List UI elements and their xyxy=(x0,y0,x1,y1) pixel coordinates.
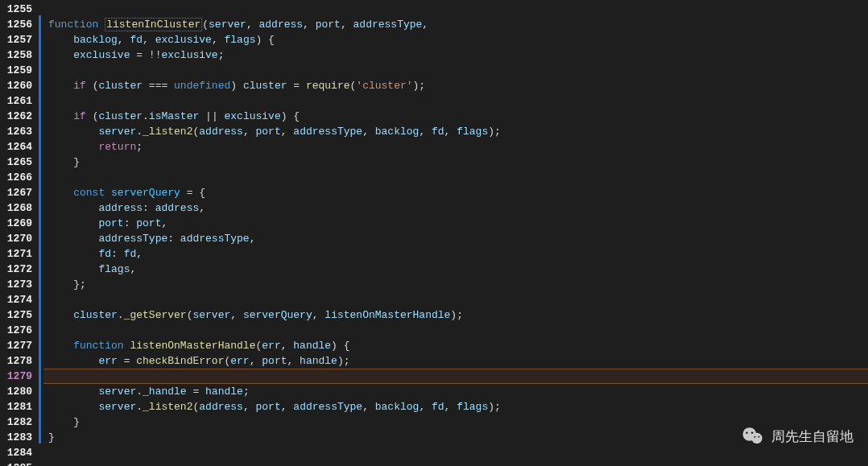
line-number: 1279 xyxy=(3,369,32,384)
line-number: 1256 xyxy=(3,17,32,32)
code-line[interactable] xyxy=(48,170,868,185)
code-line[interactable]: port: port, xyxy=(48,216,868,231)
token: addressType xyxy=(180,233,250,245)
token: port xyxy=(98,217,123,229)
line-number: 1275 xyxy=(3,307,32,323)
line-number: 1255 xyxy=(3,2,32,17)
token: port xyxy=(262,355,287,367)
svg-point-4 xyxy=(754,436,756,438)
token: ; xyxy=(218,49,225,61)
token: backlog xyxy=(73,34,118,46)
token: = !! xyxy=(130,49,161,61)
token: require xyxy=(306,80,350,92)
token: 'cluster' xyxy=(356,80,412,92)
wechat-icon xyxy=(739,423,767,450)
line-number: 1281 xyxy=(3,399,32,414)
svg-point-5 xyxy=(758,436,760,438)
code-line[interactable]: return; xyxy=(48,139,868,155)
token: , xyxy=(419,401,432,413)
line-number: 1273 xyxy=(3,277,32,292)
code-line[interactable]: address: address, xyxy=(48,200,868,216)
code-line[interactable]: function listenInCluster(server, address… xyxy=(48,17,868,32)
token: , xyxy=(243,126,256,138)
code-line[interactable]: }; xyxy=(48,277,868,292)
line-number: 1278 xyxy=(3,353,32,369)
code-line[interactable]: cluster._getServer(server, serverQuery, … xyxy=(48,307,868,323)
token: err xyxy=(98,355,117,367)
line-number: 1258 xyxy=(3,47,32,63)
code-line[interactable] xyxy=(48,323,868,338)
token: function xyxy=(48,19,105,31)
code-line[interactable]: backlog, fd, exclusive, flags) { xyxy=(48,32,868,47)
code-line[interactable]: server._handle = handle; xyxy=(48,384,868,399)
code-line[interactable]: if (cluster.isMaster || exclusive) { xyxy=(48,109,868,124)
code-line[interactable]: server._listen2(address, port, addressTy… xyxy=(48,124,868,139)
token: err xyxy=(262,340,280,352)
code-line[interactable]: const serverQuery = { xyxy=(48,185,868,200)
code-line[interactable] xyxy=(48,93,868,109)
line-number: 1282 xyxy=(3,414,32,430)
token: handle xyxy=(205,386,243,398)
code-line[interactable]: addressType: addressType, xyxy=(48,231,868,246)
token: address xyxy=(155,202,200,214)
token: , xyxy=(312,309,325,321)
token: , xyxy=(341,19,353,31)
token: handle xyxy=(300,355,337,367)
line-number: 1262 xyxy=(3,109,32,124)
token: port xyxy=(256,126,281,138)
token: } xyxy=(73,416,80,428)
line-number: 1271 xyxy=(3,246,32,262)
token: handle xyxy=(293,340,331,352)
token: , xyxy=(362,126,375,138)
token: ; xyxy=(136,141,143,153)
token: cluster xyxy=(98,110,143,122)
token: , xyxy=(130,263,136,275)
token: fd xyxy=(432,126,444,138)
watermark-text: 周先生自留地 xyxy=(771,427,854,446)
code-line[interactable] xyxy=(48,63,868,78)
token: _listen2 xyxy=(143,401,192,413)
token: ; xyxy=(243,386,250,398)
line-number: 1283 xyxy=(3,430,32,445)
token: addressType xyxy=(293,126,362,138)
token: === xyxy=(143,80,174,92)
code-line[interactable] xyxy=(48,2,868,17)
token: , xyxy=(199,202,205,214)
token: return xyxy=(98,141,136,153)
code-line[interactable] xyxy=(48,292,868,307)
token: exclusive xyxy=(225,110,281,122)
code-line[interactable]: if (cluster === undefined) cluster = req… xyxy=(48,78,868,93)
token: , xyxy=(143,34,155,46)
token: port xyxy=(256,401,281,413)
token: address xyxy=(258,19,303,31)
code-line[interactable]: fd: fd, xyxy=(48,246,868,262)
token: , xyxy=(118,34,130,46)
token: isMaster xyxy=(149,110,199,122)
token: address xyxy=(199,401,243,413)
svg-point-2 xyxy=(746,432,748,435)
token: addressType xyxy=(98,233,167,245)
line-number: 1272 xyxy=(3,262,32,277)
token: } xyxy=(73,156,80,168)
code-line[interactable]: err = checkBindError(err, port, handle); xyxy=(48,353,868,369)
code-line[interactable]: function listenOnMasterHandle(err, handl… xyxy=(48,338,868,353)
token: , xyxy=(161,217,167,229)
code-line[interactable] xyxy=(43,369,868,384)
token: addressType xyxy=(353,19,423,31)
code-line[interactable]: } xyxy=(48,155,868,170)
code-line[interactable]: exclusive = !!exclusive; xyxy=(48,47,868,63)
token: , xyxy=(281,340,294,352)
token: address xyxy=(98,202,143,214)
token: , xyxy=(444,126,457,138)
token: ) { xyxy=(256,34,275,46)
code-area[interactable]: function listenInCluster(server, address… xyxy=(43,0,868,466)
token: port xyxy=(316,19,341,31)
token: ) { xyxy=(331,340,349,352)
code-line[interactable]: flags, xyxy=(48,262,868,277)
token: address xyxy=(199,126,243,138)
code-editor[interactable]: 1255125612571258125912601261126212631264… xyxy=(0,0,868,466)
token: , xyxy=(246,19,259,31)
token: backlog xyxy=(375,126,420,138)
code-line[interactable] xyxy=(48,460,868,466)
code-line[interactable]: server._listen2(address, port, addressTy… xyxy=(48,399,868,414)
